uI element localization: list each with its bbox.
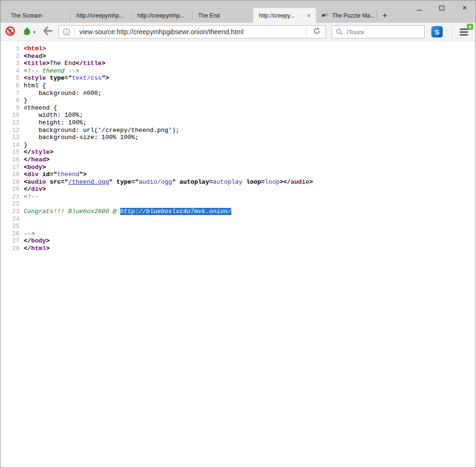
- source-line: 19<audio src="/theend.ogg" type="audio/o…: [0, 178, 476, 186]
- source-line: 3<title>The End</title>: [0, 60, 476, 67]
- code-token: <!--: [24, 193, 38, 200]
- tab-creepy-1[interactable]: http://creepymhp...: [71, 8, 132, 23]
- source-line: 12 background: url('/creepy/theend.png')…: [0, 127, 476, 134]
- code-token: The End: [50, 60, 76, 67]
- code-token: [46, 75, 50, 82]
- tab-puzzle-master[interactable]: The Puzzle Ma...: [316, 8, 377, 23]
- reload-button[interactable]: [310, 27, 324, 37]
- navigation-toolbar: S ▾: [0, 23, 476, 41]
- code-token: </: [283, 178, 291, 186]
- tab-the-end[interactable]: The End: [192, 8, 253, 23]
- code-token: =": [65, 75, 72, 82]
- code-token: audio: [291, 178, 309, 186]
- line-number: 8: [0, 97, 19, 104]
- line-number: 1: [0, 45, 19, 53]
- menu-button[interactable]: [457, 25, 471, 38]
- line-number: 23: [0, 208, 19, 215]
- code-token: html: [31, 245, 46, 252]
- source-line: 13 background-size: 100% 100%;: [0, 134, 476, 141]
- line-number: 4: [0, 67, 19, 75]
- source-line: 24: [0, 215, 476, 223]
- torbutton-addon-button[interactable]: ▾: [22, 25, 36, 38]
- new-tab-button[interactable]: +: [377, 8, 393, 23]
- selected-text: http://blueboxlxc4o7mvk.onion/: [120, 208, 231, 215]
- close-button[interactable]: ×: [457, 2, 473, 14]
- code-token: </: [24, 149, 31, 156]
- source-line: 23Congrats!!! Bluebox2600 @ http://blueb…: [0, 208, 476, 215]
- search-bar[interactable]: [332, 25, 425, 38]
- code-token: audio: [28, 178, 46, 186]
- code-token: </: [76, 60, 83, 67]
- line-number: 11: [0, 119, 19, 127]
- urlbar-divider: [74, 28, 75, 36]
- back-button[interactable]: [43, 25, 53, 38]
- line-number: 6: [0, 82, 19, 90]
- code-token: =": [61, 178, 68, 186]
- source-line: 16</head>: [0, 156, 476, 164]
- source-link[interactable]: /theend.ogg: [68, 178, 109, 186]
- line-number: 19: [0, 178, 19, 186]
- code-token: div: [31, 186, 42, 193]
- view-source-code: 1<html>2<head>3<title>The End</title>4<!…: [0, 45, 476, 253]
- info-icon[interactable]: [63, 28, 70, 36]
- code-token: ">: [102, 75, 109, 82]
- code-token: #theend {: [24, 104, 57, 112]
- code-token: ": [172, 178, 176, 186]
- url-bar[interactable]: [58, 25, 326, 38]
- code-token: >: [309, 178, 313, 186]
- line-number: 26: [0, 230, 19, 238]
- tab-title: The End: [198, 12, 219, 19]
- code-token: =: [209, 178, 213, 186]
- code-token: >: [46, 156, 50, 163]
- url-input[interactable]: [78, 28, 302, 36]
- code-token: >: [46, 60, 50, 67]
- search-input[interactable]: [346, 28, 420, 36]
- source-line: 2<head>: [0, 53, 476, 60]
- noscript-addon-button[interactable]: S: [5, 25, 15, 38]
- chevron-down-icon: ▾: [33, 29, 36, 35]
- code-token: autoplay: [213, 178, 242, 186]
- tab-title: The Puzzle Ma...: [332, 12, 375, 19]
- line-number: 13: [0, 134, 19, 141]
- code-token: head: [28, 53, 42, 60]
- browser-window: × The Scream http://creepymhp... http://…: [0, 0, 476, 468]
- tab-creepy-2[interactable]: http://creepymhp...: [132, 8, 192, 23]
- tab-bar: The Scream http://creepymhp... http://cr…: [5, 8, 393, 23]
- source-line: 22: [0, 200, 476, 208]
- code-token: >: [42, 164, 46, 171]
- source-line: 9#theend {: [0, 104, 476, 112]
- s-addon-button[interactable]: S: [431, 26, 443, 37]
- tab-view-source-active[interactable]: http://creepy... ×: [253, 8, 316, 23]
- tab-title: http://creepymhp...: [76, 12, 124, 19]
- code-token: src: [50, 178, 61, 186]
- code-token: >: [42, 186, 46, 193]
- line-number: 5: [0, 75, 19, 82]
- maximize-icon: [439, 6, 444, 10]
- code-token: <html>: [24, 45, 46, 52]
- tab-the-scream[interactable]: The Scream: [5, 8, 71, 23]
- code-token: </: [24, 156, 31, 163]
- minimize-button[interactable]: [411, 2, 427, 14]
- urlbar-divider: [306, 28, 306, 36]
- code-token: background-size: 100% 100%;: [24, 134, 139, 141]
- source-line: 1<html>: [0, 45, 476, 53]
- code-token: [176, 178, 180, 186]
- code-token: height: 100%;: [24, 119, 87, 126]
- code-token: <: [24, 178, 28, 186]
- maximize-button[interactable]: [434, 2, 450, 14]
- code-token: text/css: [72, 75, 101, 82]
- source-line: 27</body>: [0, 237, 476, 245]
- titlebar-tabstrip: × The Scream http://creepymhp... http://…: [0, 0, 476, 23]
- line-number: 18: [0, 171, 19, 178]
- search-icon: [336, 28, 343, 36]
- code-token: background: #000;: [24, 90, 102, 97]
- code-token: <: [24, 171, 28, 178]
- code-token: >: [50, 149, 54, 156]
- window-controls: ×: [411, 2, 473, 14]
- tab-close-icon[interactable]: ×: [305, 11, 313, 20]
- code-token: }: [24, 97, 28, 104]
- source-line: 10 width: 100%;: [0, 112, 476, 119]
- line-number: 21: [0, 193, 19, 201]
- source-line: 14}: [0, 141, 476, 149]
- source-line: 4<!-- theend -->: [0, 67, 476, 75]
